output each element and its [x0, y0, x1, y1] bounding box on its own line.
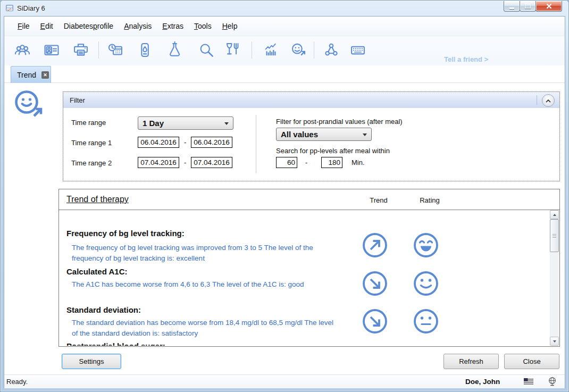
trend-row-heading: Frequency of bg level tracking: — [66, 229, 185, 238]
arrow-up-right-icon — [362, 232, 388, 258]
time-range-2-from-input[interactable] — [138, 157, 179, 168]
menu-bar: File Edit Diabetesprofile Analysis Extra… — [4, 16, 565, 36]
menu-analysis[interactable]: Analysis — [119, 16, 157, 36]
statistics-icon[interactable] — [261, 41, 279, 59]
arrow-down-right-icon — [362, 270, 388, 297]
trend-row-description: The standard deviation has become worse … — [72, 318, 340, 338]
keyboard-icon[interactable] — [349, 41, 367, 59]
column-header-rating: Rating — [414, 196, 446, 204]
menu-diabetesprofile[interactable]: Diabetesprofile — [58, 16, 119, 36]
time-range-1-from-input[interactable] — [138, 137, 179, 148]
pp-range-dash: - — [305, 159, 307, 166]
tab-trend[interactable]: Trend ✕ — [11, 66, 51, 83]
trend-of-therapy-panel: Trend of therapy Trend Rating Frequency … — [58, 189, 560, 347]
date-range-dash: - — [184, 159, 186, 166]
status-message: Ready. — [6, 378, 28, 386]
menu-extras[interactable]: Extras — [157, 16, 189, 36]
scroll-up-button[interactable] — [550, 210, 559, 219]
smiling-face-icon — [413, 270, 439, 297]
column-header-trend: Trend — [363, 196, 395, 204]
time-range-2-label: Time range 2 — [71, 159, 112, 167]
trend-list: Frequency of bg level tracking: The freq… — [60, 210, 550, 346]
menu-edit[interactable]: Edit — [35, 16, 58, 36]
current-user: Doe, John — [465, 378, 500, 386]
arrow-down-right-icon — [362, 308, 388, 335]
settings-button[interactable]: Settings — [62, 354, 121, 369]
trend-row-description: The A1C has become worse from 4,6 to 6,3… — [72, 279, 340, 290]
toolbar-divider — [314, 41, 314, 59]
status-bar: Ready. Doe, John — [4, 374, 565, 388]
time-range-1-to-input[interactable] — [191, 137, 232, 148]
menu-tools[interactable]: Tools — [189, 16, 217, 36]
pp-filter-select[interactable]: All values — [276, 128, 372, 141]
close-window-button[interactable] — [535, 1, 562, 12]
print-icon[interactable] — [72, 41, 90, 59]
time-range-value: 1 Day — [138, 117, 233, 129]
pp-to-input[interactable] — [321, 157, 342, 168]
scrollbar-thumb[interactable] — [550, 219, 559, 252]
filter-panel-header: Filter — [63, 92, 559, 108]
minimize-button[interactable] — [504, 1, 520, 12]
tab-trend-label: Trend — [17, 71, 36, 79]
collapse-filter-button[interactable] — [542, 94, 555, 107]
time-range-select[interactable]: 1 Day — [138, 116, 233, 130]
time-range-2-to-input[interactable] — [191, 157, 232, 168]
chevron-up-icon — [546, 99, 551, 103]
filter-vertical-divider — [256, 115, 256, 173]
schedule-icon[interactable] — [106, 41, 124, 59]
scroll-down-button[interactable] — [550, 337, 559, 346]
lab-flask-icon[interactable] — [165, 41, 183, 59]
dropdown-arrow-icon — [363, 134, 367, 136]
vertical-scrollbar[interactable] — [550, 210, 559, 346]
pp-filter-value: All values — [277, 128, 371, 140]
tab-close-icon[interactable]: ✕ — [41, 71, 49, 79]
refresh-button[interactable]: Refresh — [444, 354, 499, 369]
time-range-1-label: Time range 1 — [71, 139, 112, 147]
trend-row-description: The frequency of bg level tracking was i… — [72, 243, 340, 263]
pp-from-input[interactable] — [276, 157, 297, 168]
window-frame: SiDiary 6 File Edit Diabetesprofile Anal… — [0, 0, 569, 392]
close-button[interactable]: Close — [504, 354, 559, 369]
toolbar-divider — [98, 41, 99, 59]
triangle-down-icon — [553, 340, 556, 343]
trend-row-heading: Calculated A1C: — [66, 267, 127, 276]
pp-filter-label: Filter for post-prandial values (after m… — [276, 118, 403, 126]
trend-section-title: Trend of therapy — [66, 195, 129, 204]
triangle-up-icon — [553, 214, 556, 216]
toolbar-divider — [252, 41, 252, 59]
close-icon — [546, 3, 552, 9]
window-title: SiDiary 6 — [17, 4, 45, 12]
tell-a-friend-link[interactable]: Tell a friend > — [444, 55, 488, 63]
filter-header-divider — [537, 95, 537, 105]
dropdown-arrow-icon — [224, 122, 229, 125]
trend-smiley-icon[interactable] — [289, 41, 307, 59]
filter-title: Filter — [70, 96, 85, 104]
trend-page-icon — [13, 89, 44, 120]
globe-icon[interactable] — [548, 377, 557, 386]
tab-strip-line — [4, 82, 565, 83]
search-icon[interactable] — [197, 41, 215, 59]
pp-unit-label: Min. — [352, 159, 365, 166]
share-icon[interactable] — [322, 41, 340, 59]
contact-card-icon[interactable] — [43, 41, 61, 59]
users-icon[interactable] — [13, 41, 31, 59]
laughing-face-icon — [413, 232, 439, 258]
glucose-meter-icon[interactable] — [136, 41, 154, 59]
filter-panel: Filter Time range 1 Day Time range 1 - T… — [63, 91, 560, 181]
pp-search-label: Search for pp-levels after meal within — [276, 147, 390, 155]
menu-file[interactable]: File — [12, 16, 35, 36]
menu-help[interactable]: Help — [217, 16, 243, 36]
nutrition-icon[interactable] — [222, 41, 240, 59]
trend-row-heading: Postprandial blood sugar: — [66, 341, 165, 346]
trend-row-heading: Standard deviation: — [66, 305, 141, 314]
neutral-face-icon — [413, 308, 439, 335]
maximize-button[interactable] — [520, 1, 536, 12]
language-flag-icon[interactable] — [524, 378, 533, 385]
app-icon — [5, 4, 14, 12]
date-range-dash: - — [184, 138, 186, 146]
time-range-label: Time range — [71, 119, 106, 127]
